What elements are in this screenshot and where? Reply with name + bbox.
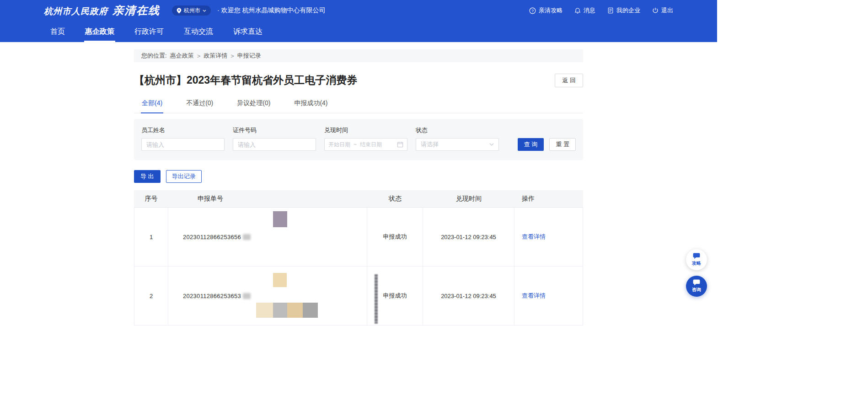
export-log-button[interactable]: 导出记录 — [166, 170, 202, 183]
col-header-action: 操作 — [514, 190, 583, 207]
chevron-down-icon — [489, 143, 494, 146]
breadcrumb-item-detail[interactable]: 政策详情 — [204, 52, 227, 60]
messages-link-label: 消息 — [584, 6, 595, 15]
cell-index: 1 — [134, 208, 168, 266]
employee-name-label: 员工姓名 — [141, 126, 225, 134]
export-button[interactable]: 导 出 — [134, 170, 161, 183]
cell-time: 2023-01-12 09:23:45 — [423, 208, 514, 266]
search-button[interactable]: 查 询 — [518, 138, 544, 151]
reset-button[interactable]: 重 置 — [549, 138, 576, 151]
logout-link[interactable]: 退出 — [652, 6, 673, 15]
filter-status: 状态 请选择 — [416, 126, 499, 151]
city-name: 杭州市 — [184, 7, 200, 15]
tab-rejected[interactable]: 不通过(0) — [185, 99, 214, 113]
consult-float-button[interactable]: 咨询 — [686, 276, 707, 297]
status-select[interactable]: 请选择 — [416, 138, 499, 151]
cell-order-no: 20230112866253653 — [168, 267, 367, 325]
cell-status: 申报成功 — [367, 208, 423, 266]
tab-all[interactable]: 全部(4) — [141, 99, 163, 113]
enterprise-icon — [607, 7, 614, 14]
col-header-status: 状态 — [367, 190, 423, 207]
chat-icon — [693, 253, 700, 259]
filter-redeem-time: 兑现时间 开始日期 ~ 结束日期 — [324, 126, 407, 151]
breadcrumb-prefix: 您的位置: — [141, 52, 167, 60]
page-title: 【杭州市】2023年春节留杭省外员工电子消费券 — [134, 73, 357, 87]
cell-index: 2 — [134, 267, 168, 325]
id-number-label: 证件号码 — [233, 126, 316, 134]
guide-link-label: 亲清攻略 — [539, 6, 563, 15]
date-range-picker[interactable]: 开始日期 ~ 结束日期 — [324, 138, 407, 151]
nav-appeal[interactable]: 诉求直达 — [232, 21, 263, 42]
table-row: 1 20230112866253656 申报成功 2023-01-12 09:2… — [134, 208, 583, 267]
breadcrumb-separator: > — [230, 53, 234, 59]
back-button[interactable]: 返 回 — [555, 74, 583, 87]
breadcrumb-item-policy[interactable]: 惠企政策 — [170, 52, 194, 60]
cell-time: 2023-01-12 09:23:45 — [423, 267, 514, 325]
bell-icon — [574, 7, 581, 14]
my-enterprise-link-label: 我的企业 — [616, 6, 640, 15]
col-header-index: 序号 — [134, 190, 168, 207]
nav-interaction[interactable]: 互动交流 — [183, 21, 214, 42]
filter-actions: 查 询 重 置 — [518, 138, 576, 151]
nav-enterprise-policy[interactable]: 惠企政策 — [84, 21, 115, 42]
export-toolbar: 导 出 导出记录 — [134, 170, 583, 183]
status-tabs: 全部(4) 不通过(0) 异议处理(0) 申报成功(4) — [134, 99, 583, 113]
filter-employee-name: 员工姓名 — [141, 126, 225, 151]
filter-panel: 员工姓名 证件号码 兑现时间 开始日期 ~ 结束日期 状态 请选择 — [134, 119, 583, 160]
date-range-separator: ~ — [354, 141, 357, 148]
chevron-down-icon — [203, 10, 206, 12]
my-enterprise-link[interactable]: 我的企业 — [607, 6, 640, 15]
blurred-text — [243, 293, 251, 299]
col-header-order-no: 申报单号 — [168, 190, 367, 207]
guide-float-button[interactable]: 攻略 — [686, 249, 707, 270]
messages-link[interactable]: 消息 — [574, 6, 595, 15]
cell-action: 查看详情 — [514, 267, 583, 325]
nav-home[interactable]: 首页 — [49, 21, 66, 42]
cell-status: 申报成功 — [367, 267, 423, 325]
location-pin-icon — [177, 8, 182, 14]
employee-name-input[interactable] — [141, 138, 225, 151]
guide-float-label: 攻略 — [692, 260, 701, 267]
redeem-time-label: 兑现时间 — [324, 126, 407, 134]
title-row: 【杭州市】2023年春节留杭省外员工电子消费券 返 回 — [134, 73, 583, 87]
status-select-placeholder: 请选择 — [421, 140, 439, 149]
guide-link[interactable]: ? 亲清攻略 — [529, 6, 563, 15]
question-circle-icon: ? — [529, 7, 536, 14]
view-detail-link[interactable]: 查看详情 — [522, 233, 546, 241]
id-number-input[interactable] — [233, 138, 316, 151]
brand-logo-text: 亲清在线 — [113, 3, 160, 18]
header-links: ? 亲清攻略 消息 我的企业 退出 — [529, 6, 673, 15]
blurred-text — [243, 234, 251, 240]
main-nav: 首页 惠企政策 行政许可 互动交流 诉求直达 — [0, 21, 717, 42]
city-selector[interactable]: 杭州市 — [172, 5, 211, 16]
breadcrumb: 您的位置: 惠企政策 > 政策详情 > 申报记录 — [134, 49, 583, 62]
site-header: 杭州市人民政府 亲清在线 杭州市 · 欢迎您 杭州水晶城购物中心有限公司 ? 亲… — [0, 0, 717, 42]
header-top-row: 杭州市人民政府 亲清在线 杭州市 · 欢迎您 杭州水晶城购物中心有限公司 ? 亲… — [0, 0, 717, 21]
tab-objection[interactable]: 异议处理(0) — [236, 99, 271, 113]
breadcrumb-item-records: 申报记录 — [237, 52, 261, 60]
table-header-row: 序号 申报单号 状态 兑现时间 操作 — [134, 190, 583, 208]
cell-action: 查看详情 — [514, 208, 583, 266]
col-header-time: 兑现时间 — [423, 190, 514, 207]
end-date-placeholder: 结束日期 — [360, 141, 382, 149]
breadcrumb-separator: > — [197, 53, 201, 59]
start-date-placeholder: 开始日期 — [328, 141, 350, 149]
chat-icon — [693, 279, 700, 286]
tab-success[interactable]: 申报成功(4) — [293, 99, 328, 113]
logout-link-label: 退出 — [661, 6, 673, 15]
site-logo: 杭州市人民政府 亲清在线 — [44, 3, 160, 18]
status-label: 状态 — [416, 126, 499, 134]
welcome-text: · 欢迎您 杭州水晶城购物中心有限公司 — [217, 6, 325, 15]
main-content: 您的位置: 惠企政策 > 政策详情 > 申报记录 【杭州市】2023年春节留杭省… — [134, 49, 583, 326]
app-page: 杭州市人民政府 亲清在线 杭州市 · 欢迎您 杭州水晶城购物中心有限公司 ? 亲… — [0, 0, 717, 395]
power-icon — [652, 7, 659, 14]
svg-text:?: ? — [531, 8, 534, 13]
consult-float-label: 咨询 — [692, 287, 701, 293]
view-detail-link[interactable]: 查看详情 — [522, 292, 546, 300]
calendar-icon — [397, 141, 403, 148]
cell-order-no: 20230112866253656 — [168, 208, 367, 266]
table-row: 2 20230112866253653 申报成功 2023-01-12 09:2… — [134, 267, 583, 326]
records-table: 序号 申报单号 状态 兑现时间 操作 1 20230112866253656 申… — [134, 190, 583, 326]
nav-admin-permit[interactable]: 行政许可 — [134, 21, 165, 42]
gov-logo-text: 杭州市人民政府 — [44, 5, 108, 17]
